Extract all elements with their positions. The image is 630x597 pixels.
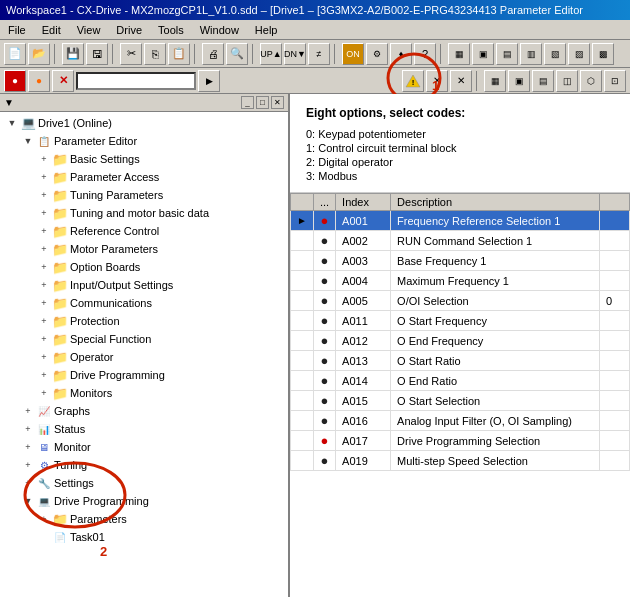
tree-item-param-editor[interactable]: ▼ 📋 Parameter Editor bbox=[0, 132, 288, 150]
table-row[interactable]: ● A015 O Start Selection bbox=[291, 391, 630, 411]
tools-btn2[interactable]: ♦ bbox=[390, 43, 412, 65]
address-input[interactable] bbox=[76, 72, 196, 90]
toolbar-close1[interactable]: ✕ bbox=[426, 70, 448, 92]
table-row[interactable]: ● A004 Maximum Frequency 1 bbox=[291, 271, 630, 291]
tree-item-graphs[interactable]: + 📈 Graphs bbox=[0, 402, 288, 420]
expand-drive-prog[interactable]: + bbox=[36, 367, 52, 383]
extra-btn6[interactable]: ▨ bbox=[568, 43, 590, 65]
tree-item-drive1[interactable]: ▼ 💻 Drive1 (Online) bbox=[0, 114, 288, 132]
tools-btn1[interactable]: ⚙ bbox=[366, 43, 388, 65]
layout-btn3[interactable]: ▤ bbox=[532, 70, 554, 92]
new-button[interactable]: 📄 bbox=[4, 43, 26, 65]
tree-item-tuning-params[interactable]: + 📁 Tuning Parameters bbox=[0, 186, 288, 204]
open-button[interactable]: 📂 bbox=[28, 43, 50, 65]
expand-motor[interactable]: + bbox=[36, 241, 52, 257]
layout-btn4[interactable]: ◫ bbox=[556, 70, 578, 92]
tree-item-monitors[interactable]: + 📁 Monitors bbox=[0, 384, 288, 402]
tree-item-tuning[interactable]: + ⚙ Tuning bbox=[0, 456, 288, 474]
save-button[interactable]: 💾 bbox=[62, 43, 84, 65]
extra-btn3[interactable]: ▤ bbox=[496, 43, 518, 65]
expand-basic[interactable]: + bbox=[36, 151, 52, 167]
expand-params-sub[interactable]: + bbox=[36, 511, 52, 527]
extra-btn5[interactable]: ▧ bbox=[544, 43, 566, 65]
expand-status[interactable]: + bbox=[20, 421, 36, 437]
stop-btn-orange[interactable]: ● bbox=[28, 70, 50, 92]
expand-param-editor[interactable]: ▼ bbox=[20, 133, 36, 149]
table-row[interactable]: ● A005 O/OI Selection 0 bbox=[291, 291, 630, 311]
tree-item-operator[interactable]: + 📁 Operator bbox=[0, 348, 288, 366]
expand-param-access[interactable]: + bbox=[36, 169, 52, 185]
expand-drive1[interactable]: ▼ bbox=[4, 115, 20, 131]
expand-option[interactable]: + bbox=[36, 259, 52, 275]
go-button[interactable]: ▶ bbox=[198, 70, 220, 92]
expand-monitors[interactable]: + bbox=[36, 385, 52, 401]
table-row[interactable]: ● A002 RUN Command Selection 1 bbox=[291, 231, 630, 251]
table-row[interactable]: ● A011 O Start Frequency bbox=[291, 311, 630, 331]
upload-button[interactable]: UP▲ bbox=[260, 43, 282, 65]
cut-button[interactable]: ✂ bbox=[120, 43, 142, 65]
tree-item-task01[interactable]: 📄 Task01 bbox=[0, 528, 288, 546]
tree-item-settings[interactable]: + 🔧 Settings bbox=[0, 474, 288, 492]
expand-task01[interactable] bbox=[36, 529, 52, 545]
help-button[interactable]: ? bbox=[414, 43, 436, 65]
menu-window[interactable]: Window bbox=[196, 23, 243, 37]
expand-graphs[interactable]: + bbox=[20, 403, 36, 419]
panel-maximize[interactable]: □ bbox=[256, 96, 269, 109]
expand-operator[interactable]: + bbox=[36, 349, 52, 365]
tree-item-basic-settings[interactable]: + 📁 Basic Settings bbox=[0, 150, 288, 168]
expand-comms[interactable]: + bbox=[36, 295, 52, 311]
menu-file[interactable]: File bbox=[4, 23, 30, 37]
tree-item-communications[interactable]: + 📁 Communications bbox=[0, 294, 288, 312]
menu-help[interactable]: Help bbox=[251, 23, 282, 37]
table-row[interactable]: ● A017 Drive Programming Selection bbox=[291, 431, 630, 451]
table-row[interactable]: ● A016 Analog Input Filter (O, OI Sampli… bbox=[291, 411, 630, 431]
menu-edit[interactable]: Edit bbox=[38, 23, 65, 37]
expand-io[interactable]: + bbox=[36, 277, 52, 293]
menu-drive[interactable]: Drive bbox=[112, 23, 146, 37]
tree-item-protection[interactable]: + 📁 Protection bbox=[0, 312, 288, 330]
tree-item-tuning-motor[interactable]: + 📁 Tuning and motor basic data bbox=[0, 204, 288, 222]
tree-item-drive-prog[interactable]: + 📁 Drive Programming bbox=[0, 366, 288, 384]
toolbar-close2[interactable]: ✕ bbox=[450, 70, 472, 92]
extra-btn1[interactable]: ▦ bbox=[448, 43, 470, 65]
expand-tuning-params[interactable]: + bbox=[36, 187, 52, 203]
online-button[interactable]: ON bbox=[342, 43, 364, 65]
tree-item-status[interactable]: + 📊 Status bbox=[0, 420, 288, 438]
table-row[interactable]: ● A014 O End Ratio bbox=[291, 371, 630, 391]
layout-btn2[interactable]: ▣ bbox=[508, 70, 530, 92]
table-row[interactable]: ● A019 Multi-step Speed Selection bbox=[291, 451, 630, 471]
expand-settings[interactable]: + bbox=[20, 475, 36, 491]
expand-drive-prog-root[interactable]: ▼ bbox=[20, 493, 36, 509]
menu-view[interactable]: View bbox=[73, 23, 105, 37]
table-row[interactable]: ► ● A001 Frequency Reference Selection 1 bbox=[291, 211, 630, 231]
expand-tuning[interactable]: + bbox=[20, 457, 36, 473]
table-row[interactable]: ● A013 O Start Ratio bbox=[291, 351, 630, 371]
table-row[interactable]: ● A012 O End Frequency bbox=[291, 331, 630, 351]
tree-item-option-boards[interactable]: + 📁 Option Boards bbox=[0, 258, 288, 276]
layout-btn5[interactable]: ⬡ bbox=[580, 70, 602, 92]
download-button[interactable]: DN▼ bbox=[284, 43, 306, 65]
extra-btn4[interactable]: ▥ bbox=[520, 43, 542, 65]
tree-item-special-func[interactable]: + 📁 Special Function bbox=[0, 330, 288, 348]
tree-item-monitor[interactable]: + 🖥 Monitor bbox=[0, 438, 288, 456]
menu-tools[interactable]: Tools bbox=[154, 23, 188, 37]
extra-btn7[interactable]: ▩ bbox=[592, 43, 614, 65]
expand-protect[interactable]: + bbox=[36, 313, 52, 329]
expand-ref-control[interactable]: + bbox=[36, 223, 52, 239]
tree-item-ref-control[interactable]: + 📁 Reference Control bbox=[0, 222, 288, 240]
save-all-button[interactable]: 🖫 bbox=[86, 43, 108, 65]
copy-button[interactable]: ⎘ bbox=[144, 43, 166, 65]
print-button[interactable]: 🖨 bbox=[202, 43, 224, 65]
stop-btn-red[interactable]: ● bbox=[4, 70, 26, 92]
tree-item-parameters-sub[interactable]: + 📁 Parameters bbox=[0, 510, 288, 528]
tree-item-drive-prog-root[interactable]: ▼ 💻 Drive Programming bbox=[0, 492, 288, 510]
tree-item-param-access[interactable]: + 📁 Parameter Access bbox=[0, 168, 288, 186]
stop-btn-x[interactable]: ✕ bbox=[52, 70, 74, 92]
paste-button[interactable]: 📋 bbox=[168, 43, 190, 65]
expand-monitor[interactable]: + bbox=[20, 439, 36, 455]
preview-button[interactable]: 🔍 bbox=[226, 43, 248, 65]
layout-btn6[interactable]: ⊡ bbox=[604, 70, 626, 92]
warning-button[interactable]: ! bbox=[402, 70, 424, 92]
expand-special[interactable]: + bbox=[36, 331, 52, 347]
table-row[interactable]: ● A003 Base Frequency 1 bbox=[291, 251, 630, 271]
